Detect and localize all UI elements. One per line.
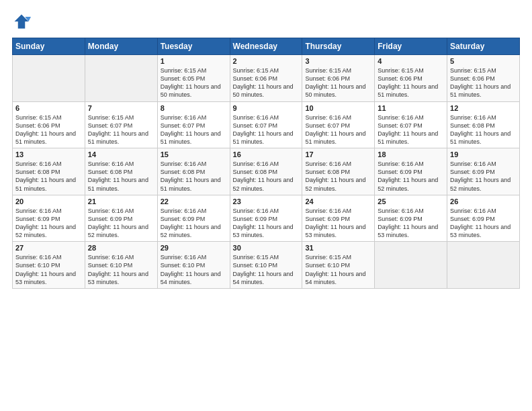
cell-info: Sunrise: 6:16 AM Sunset: 6:10 PM Dayligh… <box>88 253 154 286</box>
calendar-cell: 15Sunrise: 6:16 AM Sunset: 6:08 PM Dayli… <box>157 148 230 195</box>
cell-info: Sunrise: 6:15 AM Sunset: 6:06 PM Dayligh… <box>305 66 371 99</box>
calendar-cell: 14Sunrise: 6:16 AM Sunset: 6:08 PM Dayli… <box>85 148 157 195</box>
cell-info: Sunrise: 6:15 AM Sunset: 6:06 PM Dayligh… <box>15 113 82 146</box>
weekday-header: Thursday <box>302 38 375 55</box>
day-number: 27 <box>15 244 82 252</box>
day-number: 15 <box>161 150 227 158</box>
cell-info: Sunrise: 6:15 AM Sunset: 6:10 PM Dayligh… <box>305 253 371 286</box>
cell-info: Sunrise: 6:16 AM Sunset: 6:08 PM Dayligh… <box>15 160 82 193</box>
calendar-cell <box>13 55 85 102</box>
day-number: 18 <box>378 150 444 158</box>
cell-info: Sunrise: 6:16 AM Sunset: 6:09 PM Dayligh… <box>15 207 82 240</box>
calendar-week-row: 1Sunrise: 6:15 AM Sunset: 6:05 PM Daylig… <box>13 55 520 102</box>
day-number: 14 <box>88 150 154 158</box>
cell-info: Sunrise: 6:16 AM Sunset: 6:09 PM Dayligh… <box>450 207 517 240</box>
day-number: 5 <box>450 57 517 65</box>
calendar-cell: 1Sunrise: 6:15 AM Sunset: 6:05 PM Daylig… <box>157 55 230 102</box>
calendar-cell: 23Sunrise: 6:16 AM Sunset: 6:09 PM Dayli… <box>230 195 302 242</box>
cell-info: Sunrise: 6:16 AM Sunset: 6:10 PM Dayligh… <box>161 253 227 286</box>
calendar-cell: 19Sunrise: 6:16 AM Sunset: 6:09 PM Dayli… <box>447 148 520 195</box>
day-number: 23 <box>233 197 300 205</box>
cell-info: Sunrise: 6:16 AM Sunset: 6:08 PM Dayligh… <box>88 160 154 193</box>
cell-info: Sunrise: 6:15 AM Sunset: 6:05 PM Dayligh… <box>161 66 227 99</box>
cell-info: Sunrise: 6:16 AM Sunset: 6:09 PM Dayligh… <box>378 160 444 193</box>
header-row: SundayMondayTuesdayWednesdayThursdayFrid… <box>13 38 520 55</box>
calendar-cell: 7Sunrise: 6:15 AM Sunset: 6:07 PM Daylig… <box>85 101 157 148</box>
calendar-cell: 4Sunrise: 6:15 AM Sunset: 6:06 PM Daylig… <box>375 55 447 102</box>
day-number: 30 <box>233 244 300 252</box>
calendar-cell: 29Sunrise: 6:16 AM Sunset: 6:10 PM Dayli… <box>157 242 230 289</box>
day-number: 2 <box>233 57 300 65</box>
calendar-week-row: 6Sunrise: 6:15 AM Sunset: 6:06 PM Daylig… <box>13 101 520 148</box>
cell-info: Sunrise: 6:15 AM Sunset: 6:07 PM Dayligh… <box>88 113 154 146</box>
day-number: 19 <box>450 150 517 158</box>
calendar-cell: 22Sunrise: 6:16 AM Sunset: 6:09 PM Dayli… <box>157 195 230 242</box>
day-number: 3 <box>305 57 371 65</box>
cell-info: Sunrise: 6:16 AM Sunset: 6:07 PM Dayligh… <box>161 113 227 146</box>
day-number: 8 <box>161 104 227 112</box>
day-number: 10 <box>305 104 371 112</box>
cell-info: Sunrise: 6:16 AM Sunset: 6:09 PM Dayligh… <box>305 207 371 240</box>
day-number: 20 <box>15 197 82 205</box>
calendar-week-row: 27Sunrise: 6:16 AM Sunset: 6:10 PM Dayli… <box>13 242 520 289</box>
calendar-cell: 16Sunrise: 6:16 AM Sunset: 6:08 PM Dayli… <box>230 148 302 195</box>
cell-info: Sunrise: 6:15 AM Sunset: 6:06 PM Dayligh… <box>450 66 517 99</box>
calendar-cell: 18Sunrise: 6:16 AM Sunset: 6:09 PM Dayli… <box>375 148 447 195</box>
day-number: 29 <box>161 244 227 252</box>
calendar-cell: 2Sunrise: 6:15 AM Sunset: 6:06 PM Daylig… <box>230 55 302 102</box>
day-number: 6 <box>15 104 82 112</box>
cell-info: Sunrise: 6:16 AM Sunset: 6:10 PM Dayligh… <box>15 253 82 286</box>
calendar-week-row: 20Sunrise: 6:16 AM Sunset: 6:09 PM Dayli… <box>13 195 520 242</box>
calendar-cell <box>447 242 520 289</box>
calendar-cell: 26Sunrise: 6:16 AM Sunset: 6:09 PM Dayli… <box>447 195 520 242</box>
calendar-cell: 5Sunrise: 6:15 AM Sunset: 6:06 PM Daylig… <box>447 55 520 102</box>
weekday-header: Sunday <box>13 38 85 55</box>
day-number: 21 <box>88 197 154 205</box>
cell-info: Sunrise: 6:16 AM Sunset: 6:08 PM Dayligh… <box>450 113 517 146</box>
cell-info: Sunrise: 6:15 AM Sunset: 6:10 PM Dayligh… <box>233 253 300 286</box>
cell-info: Sunrise: 6:15 AM Sunset: 6:06 PM Dayligh… <box>378 66 444 99</box>
cell-info: Sunrise: 6:16 AM Sunset: 6:08 PM Dayligh… <box>305 160 371 193</box>
cell-info: Sunrise: 6:16 AM Sunset: 6:07 PM Dayligh… <box>378 113 444 146</box>
day-number: 31 <box>305 244 371 252</box>
calendar-cell: 28Sunrise: 6:16 AM Sunset: 6:10 PM Dayli… <box>85 242 157 289</box>
cell-info: Sunrise: 6:16 AM Sunset: 6:07 PM Dayligh… <box>305 113 371 146</box>
day-number: 9 <box>233 104 300 112</box>
calendar-week-row: 13Sunrise: 6:16 AM Sunset: 6:08 PM Dayli… <box>13 148 520 195</box>
day-number: 13 <box>15 150 82 158</box>
day-number: 4 <box>378 57 444 65</box>
calendar-cell: 10Sunrise: 6:16 AM Sunset: 6:07 PM Dayli… <box>302 101 375 148</box>
calendar: SundayMondayTuesdayWednesdayThursdayFrid… <box>12 38 520 289</box>
day-number: 16 <box>233 150 300 158</box>
header <box>12 12 520 31</box>
weekday-header: Wednesday <box>230 38 302 55</box>
calendar-cell: 9Sunrise: 6:16 AM Sunset: 6:07 PM Daylig… <box>230 101 302 148</box>
cell-info: Sunrise: 6:16 AM Sunset: 6:07 PM Dayligh… <box>233 113 300 146</box>
calendar-cell: 13Sunrise: 6:16 AM Sunset: 6:08 PM Dayli… <box>13 148 85 195</box>
svg-marker-0 <box>15 15 29 29</box>
logo-icon <box>12 12 31 31</box>
calendar-cell <box>375 242 447 289</box>
cell-info: Sunrise: 6:16 AM Sunset: 6:09 PM Dayligh… <box>450 160 517 193</box>
cell-info: Sunrise: 6:16 AM Sunset: 6:09 PM Dayligh… <box>378 207 444 240</box>
calendar-cell: 20Sunrise: 6:16 AM Sunset: 6:09 PM Dayli… <box>13 195 85 242</box>
day-number: 26 <box>450 197 517 205</box>
day-number: 7 <box>88 104 154 112</box>
day-number: 12 <box>450 104 517 112</box>
calendar-cell: 30Sunrise: 6:15 AM Sunset: 6:10 PM Dayli… <box>230 242 302 289</box>
calendar-cell: 6Sunrise: 6:15 AM Sunset: 6:06 PM Daylig… <box>13 101 85 148</box>
calendar-cell: 24Sunrise: 6:16 AM Sunset: 6:09 PM Dayli… <box>302 195 375 242</box>
calendar-cell: 17Sunrise: 6:16 AM Sunset: 6:08 PM Dayli… <box>302 148 375 195</box>
cell-info: Sunrise: 6:16 AM Sunset: 6:09 PM Dayligh… <box>88 207 154 240</box>
calendar-cell: 21Sunrise: 6:16 AM Sunset: 6:09 PM Dayli… <box>85 195 157 242</box>
calendar-cell: 11Sunrise: 6:16 AM Sunset: 6:07 PM Dayli… <box>375 101 447 148</box>
day-number: 22 <box>161 197 227 205</box>
calendar-cell: 8Sunrise: 6:16 AM Sunset: 6:07 PM Daylig… <box>157 101 230 148</box>
cell-info: Sunrise: 6:16 AM Sunset: 6:08 PM Dayligh… <box>161 160 227 193</box>
weekday-header: Saturday <box>447 38 520 55</box>
day-number: 28 <box>88 244 154 252</box>
cell-info: Sunrise: 6:16 AM Sunset: 6:09 PM Dayligh… <box>161 207 227 240</box>
calendar-cell: 31Sunrise: 6:15 AM Sunset: 6:10 PM Dayli… <box>302 242 375 289</box>
day-number: 24 <box>305 197 371 205</box>
weekday-header: Friday <box>375 38 447 55</box>
